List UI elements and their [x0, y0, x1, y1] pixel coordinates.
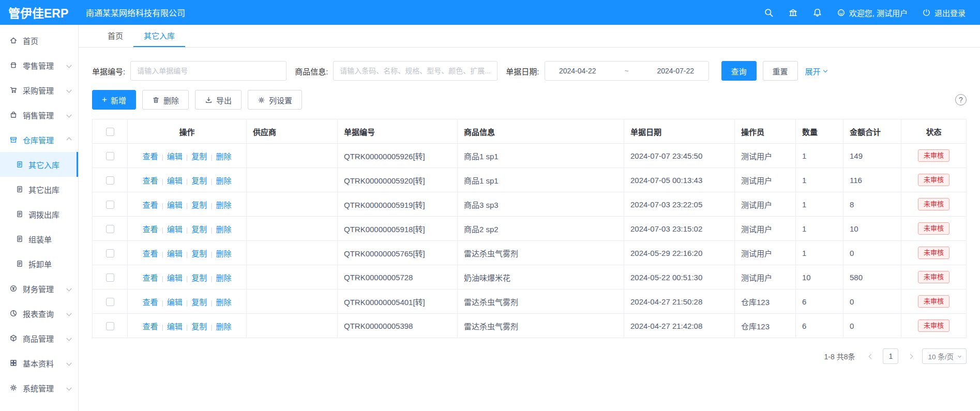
sidebar-item-assembly-order[interactable]: 组装单 — [0, 226, 78, 251]
view-link[interactable]: 查看 — [142, 298, 158, 307]
view-link[interactable]: 查看 — [142, 273, 158, 282]
row-checkbox[interactable] — [106, 176, 114, 185]
edit-link[interactable]: 编辑 — [167, 225, 183, 234]
delete-link[interactable]: 删除 — [216, 176, 232, 185]
view-link[interactable]: 查看 — [142, 201, 158, 209]
sidebar-item-other-outbound[interactable]: 其它出库 — [0, 177, 78, 202]
cart-icon — [9, 86, 18, 94]
view-link[interactable]: 查看 — [142, 176, 158, 185]
action-separator: | — [161, 177, 163, 185]
date-start-value[interactable]: 2024-04-22 — [559, 67, 596, 75]
edit-link[interactable]: 编辑 — [167, 322, 183, 331]
action-separator: | — [161, 153, 163, 161]
row-checkbox[interactable] — [106, 152, 114, 160]
expand-link[interactable]: 展开 — [805, 66, 827, 77]
row-checkbox[interactable] — [106, 298, 114, 306]
pagination: 1-8 共8条 1 10 条/页 — [92, 348, 967, 364]
logout-icon — [922, 8, 931, 17]
view-link[interactable]: 查看 — [142, 225, 158, 234]
action-separator: | — [161, 323, 163, 331]
doc-no-input[interactable] — [130, 61, 287, 81]
search-icon[interactable] — [764, 8, 774, 18]
reset-button[interactable]: 重置 — [763, 61, 798, 81]
next-page-button[interactable] — [903, 348, 917, 364]
sidebar-item-other-inbound[interactable]: 其它入库 — [0, 152, 78, 177]
copy-link[interactable]: 复制 — [191, 273, 207, 282]
date-cell: 2024-04-27 21:42:08 — [624, 314, 735, 338]
logout-button[interactable]: 退出登录 — [922, 7, 966, 18]
view-link[interactable]: 查看 — [142, 152, 158, 161]
row-checkbox[interactable] — [106, 201, 114, 209]
row-checkbox[interactable] — [106, 225, 114, 233]
inbound-table: 操作 供应商 单据编号 商品信息 单据日期 操作员 数量 金额合计 状态 — [92, 119, 967, 338]
action-separator: | — [161, 202, 163, 209]
delete-link[interactable]: 删除 — [216, 152, 232, 161]
bank-icon[interactable] — [788, 8, 798, 18]
sidebar-item-warehouse-management[interactable]: 仓库管理 — [0, 127, 78, 152]
page-number[interactable]: 1 — [883, 348, 898, 364]
view-link[interactable]: 查看 — [142, 322, 158, 331]
edit-link[interactable]: 编辑 — [167, 298, 183, 307]
sidebar-item-disassembly-order[interactable]: 拆卸单 — [0, 251, 78, 276]
page-size-select[interactable]: 10 条/页 — [922, 348, 967, 364]
document-icon — [16, 235, 24, 243]
edit-link[interactable]: 编辑 — [167, 273, 183, 282]
column-settings-button[interactable]: 列设置 — [248, 90, 302, 110]
table-header-row: 操作 供应商 单据编号 商品信息 单据日期 操作员 数量 金额合计 状态 — [93, 119, 967, 144]
copy-link[interactable]: 复制 — [191, 322, 207, 331]
header-actions: 欢迎您, 测试用户 退出登录 — [764, 7, 980, 18]
delete-link[interactable]: 删除 — [216, 273, 232, 282]
export-button[interactable]: 导出 — [195, 90, 242, 110]
shop-icon — [9, 61, 18, 69]
action-separator: | — [161, 226, 163, 234]
row-checkbox[interactable] — [106, 273, 114, 282]
status-badge: 未审核 — [918, 247, 949, 260]
copy-link[interactable]: 复制 — [191, 152, 207, 161]
copy-link[interactable]: 复制 — [191, 249, 207, 258]
sidebar-item-system-management[interactable]: 系统管理 — [0, 375, 78, 400]
delete-link[interactable]: 删除 — [216, 249, 232, 258]
sidebar-item-home[interactable]: 首页 — [0, 28, 78, 53]
sidebar-item-basic-data[interactable]: 基本资料 — [0, 351, 78, 375]
delete-link[interactable]: 删除 — [216, 322, 232, 331]
edit-link[interactable]: 编辑 — [167, 152, 183, 161]
sidebar-item-report-query[interactable]: 报表查询 — [0, 301, 78, 326]
delete-link[interactable]: 删除 — [216, 298, 232, 307]
table-row: 查看|编辑|复制|删除QTRK00000005401[转]雷达杀虫气雾剂2024… — [93, 290, 967, 314]
copy-link[interactable]: 复制 — [191, 298, 207, 307]
edit-link[interactable]: 编辑 — [167, 201, 183, 209]
tab-other-inbound[interactable]: 其它入库 — [133, 25, 185, 47]
sidebar-item-product-management[interactable]: 商品管理 — [0, 326, 78, 351]
copy-link[interactable]: 复制 — [191, 201, 207, 209]
tab-home[interactable]: 首页 — [97, 25, 133, 47]
date-range-picker[interactable]: 2024-04-22 ~ 2024-07-22 — [545, 61, 709, 81]
sidebar-item-sales-management[interactable]: 销售管理 — [0, 102, 78, 127]
prev-page-button[interactable] — [864, 348, 878, 364]
copy-link[interactable]: 复制 — [191, 225, 207, 234]
search-button[interactable]: 查询 — [721, 61, 757, 81]
select-all-checkbox[interactable] — [106, 128, 114, 136]
product-info-input[interactable] — [333, 61, 497, 81]
bell-icon[interactable] — [812, 8, 822, 18]
date-end-value[interactable]: 2024-07-22 — [657, 67, 694, 75]
add-button[interactable]: + 新增 — [92, 90, 136, 110]
sidebar-item-transfer-outbound[interactable]: 调拨出库 — [0, 202, 78, 226]
sidebar-item-purchase-management[interactable]: 采购管理 — [0, 78, 78, 102]
date-cell: 2024-05-22 00:51:30 — [624, 265, 735, 290]
edit-link[interactable]: 编辑 — [167, 176, 183, 185]
chevron-down-icon — [67, 336, 72, 341]
sidebar-item-finance-management[interactable]: 财务管理 — [0, 276, 78, 301]
help-icon[interactable]: ? — [955, 94, 967, 105]
row-checkbox[interactable] — [106, 322, 114, 330]
edit-link[interactable]: 编辑 — [167, 249, 183, 258]
delete-button[interactable]: 删除 — [142, 90, 189, 110]
document-icon — [16, 160, 24, 169]
delete-link[interactable]: 删除 — [216, 225, 232, 234]
view-link[interactable]: 查看 — [142, 249, 158, 258]
row-checkbox[interactable] — [106, 249, 114, 257]
copy-link[interactable]: 复制 — [191, 176, 207, 185]
sidebar-item-retail-management[interactable]: 零售管理 — [0, 53, 78, 78]
status-badge: 未审核 — [918, 174, 949, 187]
column-header-product: 商品信息 — [458, 119, 624, 144]
delete-link[interactable]: 删除 — [216, 201, 232, 209]
